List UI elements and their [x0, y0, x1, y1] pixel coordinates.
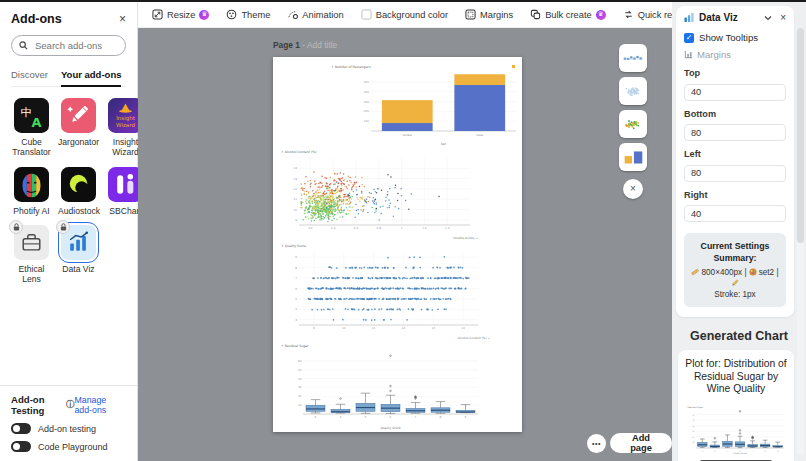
toolbar-theme-button[interactable]: Theme — [226, 9, 270, 20]
page-title-placeholder[interactable]: Add title — [307, 40, 337, 50]
panel-scrollbar[interactable] — [797, 28, 804, 455]
page-label: Page 1 — [273, 40, 300, 50]
svg-text:4: 4 — [340, 415, 342, 419]
chevron-down-icon[interactable] — [764, 15, 772, 21]
svg-text:0.2: 0.2 — [308, 226, 313, 230]
svg-text:9: 9 — [295, 255, 297, 259]
chart-suggestions — [619, 44, 647, 171]
svg-text:40: 40 — [298, 377, 302, 381]
bar-chart-thumbnail[interactable] — [619, 143, 647, 171]
svg-text:60: 60 — [692, 414, 695, 417]
margin-right-label: Right — [684, 190, 786, 200]
scatter-blue-thumbnail[interactable] — [619, 77, 647, 105]
pro-badge-icon: ♛ — [596, 10, 606, 20]
addon-audiostock[interactable]: Audiostock — [58, 167, 99, 216]
svg-text:10: 10 — [298, 403, 302, 407]
addons-panel-title: Add-ons — [11, 12, 62, 26]
svg-text:7: 7 — [415, 415, 417, 419]
show-tooltips-label: Show Tooltips — [699, 32, 758, 43]
theme-icon — [226, 9, 237, 20]
svg-text:1: 1 — [401, 226, 403, 230]
search-input[interactable] — [33, 39, 121, 52]
margin-bottom-label: Bottom — [684, 109, 786, 119]
svg-text:30: 30 — [298, 385, 302, 389]
svg-text:female: female — [402, 133, 412, 137]
code-playground-toggle[interactable] — [11, 441, 31, 452]
show-tooltips-checkbox[interactable]: ✓ — [684, 33, 694, 43]
svg-text:11: 11 — [293, 197, 297, 201]
svg-text:12: 12 — [402, 326, 406, 330]
toolbar-bgcolor-button[interactable]: Background color — [361, 9, 448, 20]
svg-text:40: 40 — [692, 425, 695, 428]
svg-text:13: 13 — [293, 177, 297, 181]
toolbar-margins-button[interactable]: Margins — [465, 9, 513, 20]
svg-text:400: 400 — [364, 90, 370, 94]
editor-canvas[interactable]: Page 1 - Add title 100200300400500female… — [138, 28, 672, 461]
add-page-button[interactable]: Add page — [610, 433, 672, 453]
svg-text:7: 7 — [752, 450, 753, 452]
svg-text:9: 9 — [465, 415, 467, 419]
page-more-button[interactable]: ••• — [587, 434, 606, 453]
addons-search[interactable] — [11, 35, 126, 56]
addons-panel: Add-ons × Discover Your add-ons 中ACube T… — [0, 2, 138, 461]
svg-text:8: 8 — [765, 450, 767, 453]
margin-right-input[interactable] — [684, 205, 786, 222]
photify-ai-icon — [14, 167, 49, 202]
addon-cube-translator[interactable]: 中ACube Translator — [11, 98, 52, 158]
toolbar-bulk-button[interactable]: Bulk create♛ — [530, 9, 606, 20]
addon-testing-toggle[interactable] — [11, 423, 31, 434]
summary-stroke-text: Stroke: 1px — [714, 290, 755, 299]
margin-top-input[interactable] — [684, 84, 786, 101]
svg-text:6: 6 — [390, 415, 392, 419]
toolbar-animation-label: Animation — [302, 10, 343, 20]
margin-top-label: Top — [684, 68, 786, 78]
svg-text:100: 100 — [364, 119, 370, 123]
toolbar-resize-button[interactable]: Resize♛ — [152, 9, 209, 20]
svg-text:0.6: 0.6 — [354, 226, 359, 230]
margin-left-label: Left — [684, 149, 786, 159]
margins-icon — [684, 50, 693, 59]
quickreplace-icon — [623, 9, 634, 20]
page-head[interactable]: Page 1 - Add title — [273, 40, 337, 50]
tab-your-add-ons[interactable]: Your add-ons — [61, 67, 122, 87]
addon-ethical-lens[interactable]: Ethical Lens — [11, 225, 52, 285]
data-viz-panel-title: Data Viz — [699, 12, 756, 23]
svg-text:0.4: 0.4 — [331, 226, 336, 230]
toolbar-bulk-label: Bulk create — [545, 10, 592, 20]
chart-strip-plot[interactable]: 345678991011121314↑ Quality ScoreAlcohol… — [273, 240, 522, 340]
addon-photify-ai[interactable]: Photify AI — [11, 167, 52, 216]
chart-stacked-bar[interactable]: 100200300400500femalemale↑ Number of Pas… — [273, 60, 522, 146]
addon-data-viz[interactable]: Data Viz — [58, 225, 99, 285]
addon-jargonator[interactable]: Jargonator — [58, 98, 99, 158]
design-page[interactable]: 100200300400500femalemale↑ Number of Pas… — [273, 57, 522, 432]
boxplot-thumbnail[interactable] — [619, 44, 647, 72]
margin-bottom-input[interactable] — [684, 124, 786, 141]
manage-addons-link[interactable]: Manage add-ons — [74, 395, 126, 415]
pencil-icon — [731, 279, 739, 287]
close-data-viz-button[interactable]: × — [780, 13, 786, 23]
palette-icon — [749, 268, 757, 276]
svg-text:Alcohol Content (%) →: Alcohol Content (%) → — [458, 336, 491, 340]
close-addons-button[interactable]: × — [119, 13, 126, 25]
scatter-color-thumbnail[interactable] — [619, 110, 647, 138]
ethical-lens-icon — [14, 225, 49, 260]
jargonator-icon — [61, 98, 96, 133]
chart-scatter[interactable]: 910111213140.20.40.60.811.21.4↑ Alcohol … — [273, 146, 522, 240]
svg-text:9: 9 — [295, 218, 297, 222]
margin-left-input[interactable] — [684, 165, 786, 182]
addon-label: Data Viz — [58, 264, 99, 274]
panel-scrollbar-thumb[interactable] — [797, 28, 804, 243]
data-viz-panel: Data Viz × ✓ Show Tooltips Margins TopBo… — [672, 2, 806, 461]
tab-discover[interactable]: Discover — [11, 67, 48, 86]
settings-summary: Current Settings Summary: 800×400px |set… — [684, 233, 786, 307]
svg-text:50: 50 — [692, 419, 695, 422]
close-suggestions-button[interactable]: × — [623, 179, 643, 199]
margin-fields: TopBottomLeftRight — [684, 68, 786, 222]
toolbar-animation-button[interactable]: Animation — [287, 9, 343, 20]
chart-box-plot[interactable]: 1020304050603456789↑ Residual SugarQuali… — [273, 340, 522, 430]
search-icon — [19, 41, 28, 50]
svg-text:11: 11 — [372, 326, 376, 330]
svg-text:↑ Number of Passengers: ↑ Number of Passengers — [331, 65, 371, 69]
svg-text:8: 8 — [440, 415, 442, 419]
animation-icon — [287, 9, 298, 20]
